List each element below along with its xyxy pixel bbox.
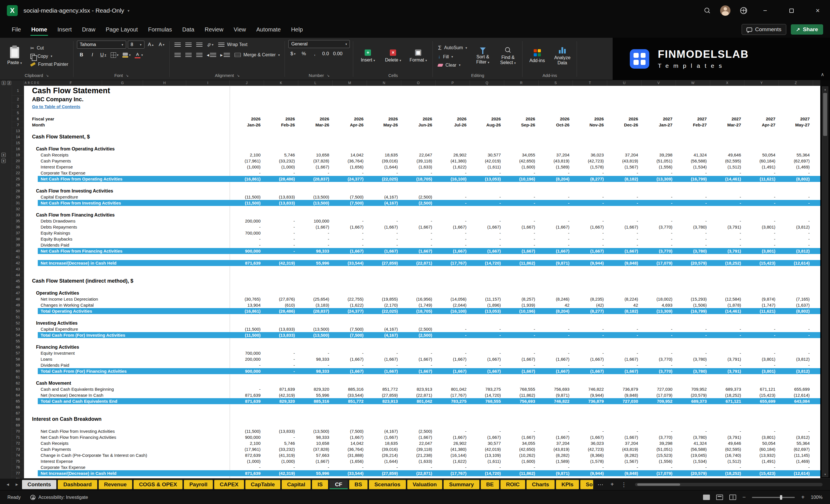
cell[interactable]: (1,667) (367, 248, 401, 254)
cell[interactable] (779, 134, 813, 140)
cell[interactable]: 36,023 (573, 440, 607, 446)
cell[interactable] (298, 380, 332, 386)
menu-insert[interactable]: Insert (53, 24, 77, 36)
cell[interactable]: (14,461) (710, 308, 744, 314)
cell[interactable] (298, 422, 332, 428)
cell[interactable]: - (470, 200, 504, 206)
cell[interactable]: - (436, 362, 470, 368)
cell[interactable] (607, 338, 641, 344)
cell[interactable]: (1,667) (470, 224, 504, 230)
row-header-26[interactable]: 26 (12, 182, 24, 188)
cell[interactable]: (56,588) (676, 158, 710, 164)
cell[interactable]: 37,204 (539, 152, 573, 158)
fill-color-button[interactable]: ▾ (121, 50, 132, 60)
cell[interactable] (539, 146, 573, 152)
cell[interactable] (641, 476, 676, 478)
cell[interactable]: - (367, 350, 401, 356)
cell[interactable]: 746,822 (573, 386, 607, 392)
cell[interactable]: - (470, 194, 504, 200)
row-header-77[interactable]: 77 (12, 470, 24, 476)
cell[interactable]: - (332, 242, 367, 248)
cell[interactable] (401, 338, 436, 344)
cell[interactable] (641, 344, 676, 350)
cell[interactable] (298, 284, 332, 290)
cell[interactable] (641, 254, 676, 260)
grow-font-button[interactable]: A▴ (146, 40, 155, 49)
cell[interactable] (298, 103, 332, 110)
cell[interactable] (676, 86, 710, 96)
cell[interactable]: (13,500) (298, 326, 332, 332)
cell[interactable]: 689,373 (710, 386, 744, 392)
column-header-P[interactable]: P (436, 80, 470, 86)
cell[interactable]: Jul-26 (436, 122, 470, 128)
cell[interactable]: - (573, 362, 607, 368)
cell[interactable]: - (401, 218, 436, 224)
cell[interactable]: - (401, 242, 436, 248)
cell[interactable] (298, 140, 332, 146)
cell[interactable]: (10,262) (504, 452, 539, 458)
cell[interactable] (332, 188, 367, 194)
cell[interactable] (710, 140, 744, 146)
cell[interactable]: - (470, 428, 504, 434)
cell[interactable] (779, 182, 813, 188)
cell[interactable]: (1,000) (230, 458, 264, 464)
column-header-H[interactable]: H (143, 80, 186, 86)
cell[interactable] (676, 314, 710, 320)
row-header-21[interactable]: 21 (12, 164, 24, 170)
font-color-button[interactable]: A▾ (134, 50, 144, 60)
cell[interactable]: - (744, 194, 779, 200)
cell[interactable]: (3,801) (744, 356, 779, 362)
copy-button[interactable]: Copy ▾ (29, 53, 70, 60)
cell[interactable]: - (264, 236, 298, 242)
cell[interactable]: (60,184) (744, 446, 779, 452)
cell[interactable]: 98,333 (298, 356, 332, 362)
row-header-64[interactable]: 64 (12, 392, 24, 398)
cell[interactable] (332, 86, 367, 96)
cell[interactable] (436, 338, 470, 344)
accessibility-status[interactable]: Accessibility: Investigate (30, 495, 88, 500)
cell[interactable]: (1,667) (436, 248, 470, 254)
cell[interactable]: (13,500) (298, 200, 332, 206)
tab-capital[interactable]: Capital (282, 480, 311, 489)
cell[interactable]: - (436, 464, 470, 470)
cell[interactable]: - (710, 362, 744, 368)
row-header-50[interactable]: 50 (12, 308, 24, 314)
cell[interactable]: (4,167) (367, 200, 401, 206)
cell[interactable]: 756,693 (504, 398, 539, 404)
cell[interactable] (779, 254, 813, 260)
column-header-N[interactable]: N (367, 80, 401, 86)
cell[interactable]: - (641, 464, 676, 470)
column-header-U[interactable]: U (607, 80, 641, 86)
cell[interactable]: (17,079) (641, 260, 676, 266)
cell[interactable]: Dec-26 (607, 122, 641, 128)
cell[interactable]: 823,913 (367, 398, 401, 404)
cell[interactable] (332, 476, 367, 478)
row-header-78[interactable]: 78 (12, 476, 24, 478)
cell[interactable]: - (607, 194, 641, 200)
normal-view-button[interactable] (703, 495, 710, 500)
zoom-out-button[interactable]: − (742, 494, 746, 501)
cell[interactable]: (42,650) (504, 446, 539, 452)
cell[interactable] (332, 182, 367, 188)
cell[interactable] (607, 272, 641, 278)
cell[interactable]: - (710, 332, 744, 338)
cell[interactable] (676, 212, 710, 218)
cell[interactable] (744, 314, 779, 320)
cell[interactable] (298, 290, 332, 296)
cell[interactable] (367, 272, 401, 278)
cell[interactable] (470, 290, 504, 296)
cell[interactable] (401, 344, 436, 350)
cell[interactable]: (1,667) (436, 356, 470, 362)
clear-button[interactable]: Clear ▾ (436, 62, 469, 69)
cell[interactable] (401, 254, 436, 260)
align-right-button[interactable] (195, 50, 204, 60)
cell[interactable]: - (607, 464, 641, 470)
tab-kpis[interactable]: KPIs (556, 480, 579, 489)
cell[interactable]: - (504, 242, 539, 248)
row-header-51[interactable]: 51 (12, 314, 24, 320)
cell[interactable]: - (436, 236, 470, 242)
cell[interactable] (367, 278, 401, 284)
cell[interactable]: - (230, 170, 264, 176)
cell[interactable] (401, 272, 436, 278)
cell[interactable]: (3,801) (744, 224, 779, 230)
